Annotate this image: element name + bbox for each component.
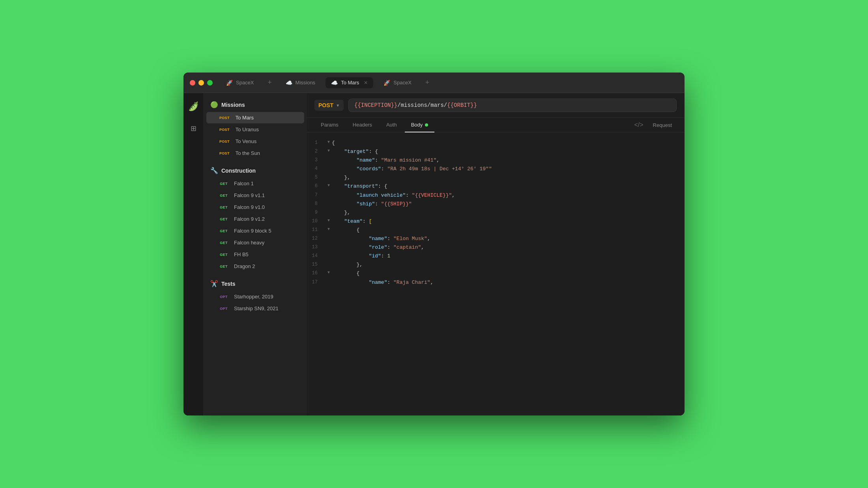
url-var-inception: {{INCEPTION}} xyxy=(354,102,397,108)
tab-body[interactable]: Body xyxy=(405,118,435,132)
code-line-6: 6 ▼ "transport": { xyxy=(307,182,685,191)
tab-spacex-2[interactable]: 🚀 SpaceX xyxy=(378,77,417,88)
url-input[interactable]: {{INCEPTION}}/missions/mars/{{ORBIT}} xyxy=(348,99,677,112)
method-selector[interactable]: POST ▼ xyxy=(314,100,344,111)
nav-item-starhopper[interactable]: OPT Starhopper, 2019 xyxy=(206,291,304,302)
code-content-3: "name": "Mars mission #41", xyxy=(332,156,685,165)
line-num-4: 4 xyxy=(307,165,326,173)
tab-add-1[interactable]: + xyxy=(264,77,275,88)
line-num-10: 10 xyxy=(307,217,326,225)
code-line-3: 3 "name": "Mars mission #41", xyxy=(307,156,685,165)
code-editor[interactable]: 1 ▼ { 2 ▼ "target": { 3 "name": "Mars mi… xyxy=(307,132,685,415)
nav-item-starship-sn9[interactable]: OPT Starship SN9, 2021 xyxy=(206,303,304,314)
sidebar-icon-logo[interactable]: 🫛 xyxy=(187,99,201,114)
window-controls xyxy=(190,80,213,86)
code-line-16: 16 ▼ { xyxy=(307,269,685,278)
logo-icon: 🫛 xyxy=(188,101,199,112)
nav-item-falcon-heavy-label: Falcon heavy xyxy=(234,240,298,246)
collapse-16[interactable]: ▼ xyxy=(326,269,332,276)
nav-item-to-sun[interactable]: POST To the Sun xyxy=(206,147,304,159)
code-line-7: 7 "launch vehicle": "{{VEHICLE}}", xyxy=(307,191,685,200)
tab-tomars-label: To Mars xyxy=(341,80,359,86)
nav-item-falcon-heavy[interactable]: GET Falcon heavy xyxy=(206,237,304,248)
main-layout: 🫛 ⊞ 🟢 Missions POST To Mars POST To Uran… xyxy=(183,93,685,415)
collapse-1[interactable]: ▼ xyxy=(326,139,332,145)
method-badge-post-uranus: POST xyxy=(217,127,232,132)
nav-item-falcon-9-v1-0[interactable]: GET Falcon 9 v1.0 xyxy=(206,201,304,213)
code-content-1: { xyxy=(332,139,685,147)
code-line-11: 11 ▼ { xyxy=(307,226,685,235)
cloud-icon-missions: ☁️ xyxy=(286,80,292,86)
nav-item-dragon-2-label: Dragon 2 xyxy=(234,263,298,269)
cloud-icon-tomars: ☁️ xyxy=(331,80,338,86)
code-line-12: 12 "name": "Elon Musk", xyxy=(307,235,685,243)
method-badge-opt-starhopper: OPT xyxy=(217,294,230,300)
code-content-4: "coords": "RA 2h 49m 18s | Dec +14° 26' … xyxy=(332,165,685,173)
nav-item-falcon-1[interactable]: GET Falcon 1 xyxy=(206,178,304,189)
content-area: POST ▼ {{INCEPTION}}/missions/mars/{{ORB… xyxy=(307,93,685,415)
request-button[interactable]: Request xyxy=(648,119,677,131)
line-num-5: 5 xyxy=(307,173,326,181)
nav-item-falcon-9-v1-0-label: Falcon 9 v1.0 xyxy=(234,204,298,210)
nav-item-to-sun-label: To the Sun xyxy=(236,150,298,156)
line-num-8: 8 xyxy=(307,200,326,208)
code-view-icon[interactable]: </> xyxy=(631,118,646,132)
close-button[interactable] xyxy=(190,80,195,86)
code-line-15: 15 }, xyxy=(307,261,685,269)
code-line-17: 17 "name": "Raja Chari", xyxy=(307,278,685,287)
code-content-16: { xyxy=(332,269,685,278)
tab-tomars-close[interactable]: ✕ xyxy=(364,80,368,86)
nav-item-dragon-2[interactable]: GET Dragon 2 xyxy=(206,261,304,272)
nav-item-to-venus-label: To Venus xyxy=(236,138,298,144)
method-badge-get-fheavy: GET xyxy=(217,240,230,246)
line-num-11: 11 xyxy=(307,226,326,234)
nav-item-falcon-9-v1-1[interactable]: GET Falcon 9 v1.1 xyxy=(206,190,304,201)
method-label: POST xyxy=(318,102,333,108)
code-content-2: "target": { xyxy=(332,147,685,156)
sidebar-icons: 🫛 ⊞ xyxy=(183,93,204,415)
code-content-17: "name": "Raja Chari", xyxy=(332,278,685,287)
body-tab-label: Body xyxy=(411,122,423,128)
collapse-6[interactable]: ▼ xyxy=(326,182,332,189)
line-num-15: 15 xyxy=(307,261,326,268)
code-line-1: 1 ▼ { xyxy=(307,139,685,147)
tab-spacex-2-label: SpaceX xyxy=(393,80,412,86)
tab-headers[interactable]: Headers xyxy=(346,118,378,132)
code-content-13: "role": "captain", xyxy=(332,243,685,252)
line-num-6: 6 xyxy=(307,182,326,190)
nav-item-falcon-9-block5[interactable]: GET Falcon 9 block 5 xyxy=(206,225,304,237)
nav-item-to-venus[interactable]: POST To Venus xyxy=(206,136,304,147)
tab-auth[interactable]: Auth xyxy=(380,118,403,132)
code-line-14: 14 "id": 1 xyxy=(307,252,685,261)
nav-item-falcon-1-label: Falcon 1 xyxy=(234,181,298,186)
tab-tomars[interactable]: ☁️ To Mars ✕ xyxy=(326,77,373,88)
tab-params[interactable]: Params xyxy=(314,118,345,132)
collapse-10[interactable]: ▼ xyxy=(326,217,332,224)
nav-item-to-mars-label: To Mars xyxy=(236,115,298,121)
nav-item-to-mars[interactable]: POST To Mars xyxy=(206,112,304,123)
method-badge-get-f9block5: GET xyxy=(217,228,230,234)
maximize-button[interactable] xyxy=(207,80,213,86)
method-badge-opt-sn9: OPT xyxy=(217,306,230,311)
sidebar-icon-grid[interactable]: ⊞ xyxy=(187,121,201,136)
collapse-11[interactable]: ▼ xyxy=(326,226,332,233)
code-content-8: "ship": "{{SHIP}}" xyxy=(332,200,685,209)
code-line-10: 10 ▼ "team": [ xyxy=(307,217,685,226)
nav-item-starhopper-label: Starhopper, 2019 xyxy=(234,294,298,300)
body-dot-indicator xyxy=(425,123,428,127)
tab-spacex-1[interactable]: 🚀 SpaceX xyxy=(221,77,260,88)
nav-item-to-uranus[interactable]: POST To Uranus xyxy=(206,124,304,135)
minimize-button[interactable] xyxy=(198,80,204,86)
code-line-8: 8 "ship": "{{SHIP}}" xyxy=(307,200,685,209)
nav-item-falcon-9-v1-2[interactable]: GET Falcon 9 v1.2 xyxy=(206,213,304,225)
code-line-2: 2 ▼ "target": { xyxy=(307,147,685,156)
code-line-5: 5 }, xyxy=(307,173,685,182)
code-content-5: }, xyxy=(332,173,685,182)
nav-item-fh-b5[interactable]: GET FH B5 xyxy=(206,249,304,260)
section-construction-header: 🔧 Construction xyxy=(204,164,307,177)
line-num-17: 17 xyxy=(307,278,326,286)
tab-add-2[interactable]: + xyxy=(422,77,433,88)
method-badge-get-f9v12: GET xyxy=(217,216,230,222)
tab-missions[interactable]: ☁️ Missions xyxy=(280,77,321,88)
collapse-2[interactable]: ▼ xyxy=(326,147,332,154)
